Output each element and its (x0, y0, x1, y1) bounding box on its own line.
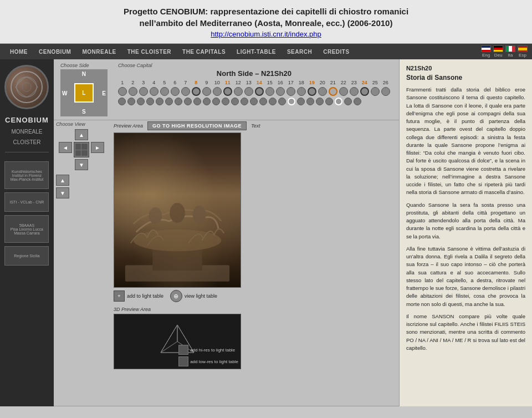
cap-num-11[interactable]: 11 (223, 80, 232, 85)
cap-circle2-12[interactable] (222, 98, 229, 105)
cap-num-25[interactable]: 25 (371, 80, 380, 85)
add-to-lighttable-label[interactable]: add to light table (127, 293, 163, 299)
view-grid-br[interactable] (81, 150, 88, 156)
cap-circle2-5[interactable] (156, 98, 163, 105)
cap-num-13[interactable]: 13 (244, 80, 253, 85)
cap-circle-15[interactable] (265, 87, 274, 96)
cap-circle-25[interactable] (371, 87, 380, 96)
cap-num-12[interactable]: 12 (234, 80, 243, 85)
cap-num-22[interactable]: 22 (339, 80, 348, 85)
lang-ita-button[interactable]: Ita (505, 45, 515, 58)
cap-num-23[interactable]: 23 (350, 80, 359, 85)
cap-num-2[interactable]: 2 (129, 80, 137, 85)
cap-circle2-11[interactable] (212, 98, 220, 105)
cap-circle2-13[interactable] (231, 98, 239, 105)
cap-circle2-9[interactable] (193, 98, 201, 105)
cap-circle2-7[interactable] (175, 98, 182, 105)
cap-num-5[interactable]: 5 (160, 80, 169, 85)
nav-cloister[interactable]: THE CLOISTER (122, 44, 177, 59)
cap-circle-6[interactable] (171, 87, 180, 96)
view-grid-tl[interactable] (75, 144, 81, 150)
cap-circle-5[interactable] (160, 87, 169, 96)
cap-circle-16[interactable] (276, 87, 285, 96)
view-arrow-left[interactable]: ◄ (59, 142, 72, 153)
lang-eng-button[interactable]: Eng (481, 45, 491, 58)
cap-circle2-6[interactable] (165, 98, 173, 105)
view-lighttable-icon[interactable]: ⊕ (170, 290, 182, 302)
cap-num-21[interactable]: 21 (329, 80, 337, 85)
cap-num-17[interactable]: 17 (287, 80, 295, 85)
cap-circle2-3[interactable] (137, 98, 145, 105)
cap-num-16[interactable]: 16 (276, 80, 285, 85)
nav-credits[interactable]: CREDITS (318, 44, 355, 59)
cap-circle2-24[interactable] (335, 98, 342, 105)
compass-west[interactable]: W (62, 90, 67, 96)
cap-circle2-23[interactable] (325, 98, 333, 105)
cap-num-19[interactable]: 19 (308, 80, 316, 85)
cap-circle2-19[interactable] (288, 98, 295, 105)
go-highres-button[interactable]: GO TO HIGH RESOLUTION IMAGE (147, 121, 247, 130)
view-zoom-out[interactable]: ▼ (56, 187, 69, 198)
cap-circle-2[interactable] (129, 87, 137, 96)
cap-circle-23[interactable] (350, 87, 359, 96)
cap-num-15[interactable]: 15 (265, 80, 274, 85)
cap-num-18[interactable]: 18 (297, 80, 306, 85)
cap-circle-12[interactable] (234, 87, 243, 96)
add-hi-res-button[interactable]: add hi-res to light table (178, 345, 238, 355)
cap-circle2-20[interactable] (297, 98, 305, 105)
view-arrow-up[interactable]: ▲ (75, 129, 88, 140)
cap-circle-21[interactable] (329, 87, 337, 96)
cap-circle-13[interactable] (244, 87, 253, 96)
cap-circle2-26[interactable] (354, 98, 361, 105)
cap-circle-19[interactable] (308, 87, 316, 96)
cap-num-8[interactable]: 8 (192, 80, 201, 85)
lang-esp-button[interactable]: Esp (518, 45, 528, 58)
view-grid-bl[interactable] (75, 150, 81, 156)
cap-circle2-8[interactable] (184, 98, 192, 105)
view-lighttable-label[interactable]: view light table (185, 293, 217, 299)
sidebar-monreale-link[interactable]: MONREALE (11, 129, 42, 135)
project-url-link[interactable]: http://cenobium.isti.cnr.it/index.php (211, 30, 321, 38)
cap-circle-3[interactable] (139, 87, 148, 96)
cap-num-24[interactable]: 24 (360, 80, 369, 85)
cap-num-6[interactable]: 6 (171, 80, 180, 85)
compass-center[interactable]: L (74, 83, 94, 103)
cap-circle2-18[interactable] (278, 98, 286, 105)
add-to-lighttable-icon[interactable]: + (114, 290, 125, 302)
cap-circle-24[interactable] (360, 87, 369, 96)
nav-monreale[interactable]: MONREALE (76, 44, 121, 59)
cap-circle2-14[interactable] (241, 98, 248, 105)
cap-circle2-17[interactable] (269, 98, 277, 105)
cap-circle-20[interactable] (318, 87, 327, 96)
compass-north[interactable]: N (82, 71, 86, 77)
cap-circle-4[interactable] (150, 87, 158, 96)
nav-capitals[interactable]: THE CAPITALS (177, 44, 231, 59)
cap-num-7[interactable]: 7 (181, 80, 190, 85)
view-grid-tr[interactable] (81, 144, 88, 150)
cap-circle-11[interactable] (223, 87, 232, 96)
nav-lighttable[interactable]: LIGHT-TABLE (231, 44, 282, 59)
cap-num-3[interactable]: 3 (139, 80, 148, 85)
cap-circle2-10[interactable] (203, 98, 211, 105)
compass-south[interactable]: S (82, 109, 86, 115)
compass-east[interactable]: E (102, 90, 106, 96)
cap-circle2-15[interactable] (250, 98, 258, 105)
cap-circle-10[interactable] (213, 87, 222, 96)
add-low-res-button[interactable]: add low-res to light table (178, 356, 238, 366)
view-zoom-in[interactable]: ▲ (56, 175, 69, 186)
cap-num-14[interactable]: 14 (255, 80, 264, 85)
nav-cenobium[interactable]: CENOBIUM (33, 44, 76, 59)
cap-num-20[interactable]: 20 (318, 80, 327, 85)
nav-search[interactable]: SEARCH (282, 44, 318, 59)
nav-home[interactable]: HOME (4, 44, 33, 59)
cap-circle2-2[interactable] (127, 98, 135, 105)
cap-num-4[interactable]: 4 (150, 80, 158, 85)
cap-circle-17[interactable] (287, 87, 295, 96)
cap-circle2-25[interactable] (344, 98, 352, 105)
cap-circle-14[interactable] (255, 87, 264, 96)
view-arrow-right[interactable]: ► (91, 142, 104, 153)
lang-deu-button[interactable]: Deu (493, 45, 503, 58)
cap-circle-22[interactable] (339, 87, 348, 96)
cap-circle-18[interactable] (297, 87, 306, 96)
view-arrow-down[interactable]: ▼ (75, 159, 88, 170)
